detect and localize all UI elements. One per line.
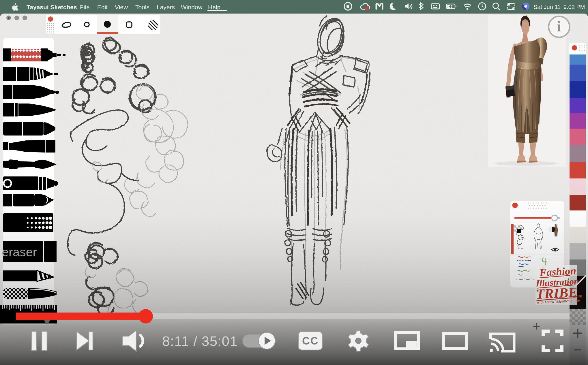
svg-text:.com: .com bbox=[573, 293, 583, 299]
svg-text:CC: CC bbox=[302, 335, 319, 347]
